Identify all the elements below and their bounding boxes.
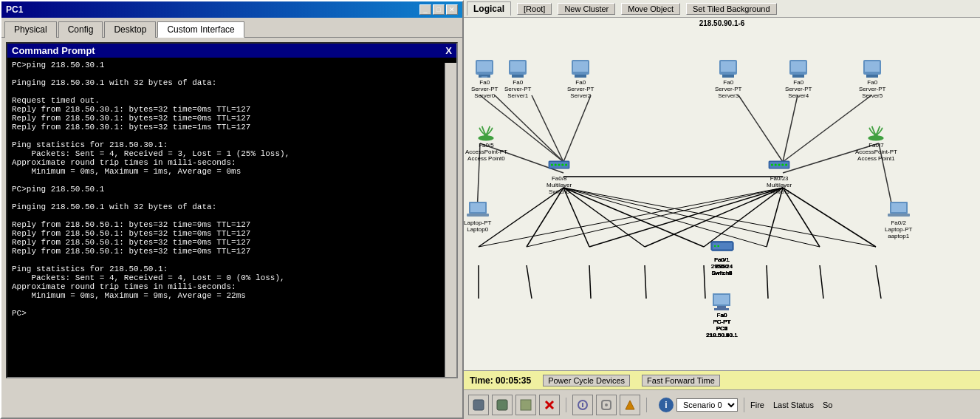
- ap1-icon: [864, 121, 888, 142]
- network-canvas[interactable]: 218.50.90.1-6: [464, 18, 980, 370]
- minimize-button[interactable]: _: [419, 4, 431, 15]
- svg-line-5: [783, 95, 798, 162]
- svg-rect-149: [497, 400, 507, 410]
- svg-line-33: [527, 188, 783, 247]
- svg-line-28: [767, 265, 768, 299]
- pt-bottom-toolbar: i Scenario 0 Fire Last Status So: [464, 389, 980, 419]
- fire-label: Fire: [750, 401, 764, 409]
- svg-point-64: [561, 163, 563, 166]
- btn-power-cycle[interactable]: Power Cycle Devices: [543, 375, 630, 386]
- so-label: So: [823, 401, 832, 409]
- multilayer1-icon: [767, 154, 791, 175]
- node-server0[interactable]: Fa0 Server-PT Server0: [471, 58, 498, 99]
- svg-point-72: [785, 163, 787, 166]
- svg-line-22: [783, 188, 876, 247]
- toolbar-separator2: [646, 398, 647, 412]
- node-server3[interactable]: Fa0 Server-PT Server3: [715, 58, 741, 99]
- tool-move[interactable]: [492, 395, 513, 415]
- svg-rect-77: [891, 203, 906, 212]
- tab-custom-interface[interactable]: Custom Interface: [157, 21, 244, 38]
- svg-line-13: [527, 188, 563, 247]
- tool-delete[interactable]: [539, 395, 560, 415]
- tool-note[interactable]: [515, 395, 536, 415]
- svg-line-24: [527, 265, 532, 299]
- server0-icon: [473, 58, 496, 79]
- switch7-icon: [710, 236, 734, 256]
- svg-line-21: [783, 188, 820, 247]
- window-controls: _ □ ✕: [419, 4, 458, 15]
- svg-point-69: [775, 163, 777, 166]
- scenario-select[interactable]: Scenario 0: [676, 398, 738, 412]
- svg-line-2: [563, 95, 591, 162]
- last-status-label: Last Status: [773, 401, 814, 409]
- tab-physical[interactable]: Physical: [4, 21, 57, 38]
- tab-desktop[interactable]: Desktop: [104, 21, 156, 38]
- svg-rect-148: [473, 400, 484, 410]
- svg-rect-44: [573, 61, 588, 72]
- svg-rect-75: [467, 214, 489, 217]
- btn-new-cluster[interactable]: New Cluster: [558, 3, 615, 15]
- svg-rect-150: [521, 400, 531, 410]
- node-switch7[interactable]: Fa0/1 2950 Switch7: [710, 236, 734, 276]
- btn-move-object[interactable]: Move Object: [621, 3, 680, 15]
- server1-icon: [506, 58, 530, 79]
- node-multilayer0[interactable]: Fa0/8 Multilayer Switch0: [546, 154, 572, 195]
- ap0-icon: [474, 121, 498, 142]
- node-laptop1[interactable]: Fa0/2 Laptop-PT aaptop1: [885, 199, 912, 239]
- tab-logical[interactable]: Logical: [467, 1, 511, 16]
- maximize-button[interactable]: □: [433, 4, 445, 15]
- command-prompt-container: Command Prompt X PC>ping 218.50.30.1 Pin…: [6, 42, 458, 378]
- svg-rect-50: [791, 61, 806, 72]
- server4-icon: [787, 58, 810, 79]
- command-prompt-output[interactable]: PC>ping 218.50.30.1 Pinging 218.50.30.1 …: [7, 58, 456, 368]
- svg-line-32: [479, 188, 783, 247]
- svg-rect-37: [477, 61, 492, 72]
- btn-set-tiled-bg[interactable]: Set Tiled Background: [686, 3, 777, 15]
- tool-select[interactable]: [468, 395, 489, 415]
- node-server1[interactable]: Fa0 Server-PT Server1: [504, 58, 531, 99]
- svg-line-30: [876, 265, 881, 299]
- svg-rect-48: [722, 75, 734, 78]
- btn-root[interactable]: [Root]: [517, 3, 552, 15]
- node-server2[interactable]: Fa0 Server-PT Server2: [567, 58, 594, 99]
- node-pc7[interactable]: Fa0 PC-PT PC7 218.50.80.1: [706, 291, 737, 338]
- toolbar-separator3: [744, 398, 744, 412]
- close-button[interactable]: ✕: [446, 4, 458, 15]
- network-address: 218.50.90.1-6: [699, 19, 745, 27]
- info-icon: i: [659, 398, 674, 412]
- window-title: PC1: [6, 4, 23, 15]
- svg-line-26: [645, 265, 646, 299]
- tool-inspect[interactable]: [572, 395, 593, 415]
- tool-cable[interactable]: [596, 395, 617, 415]
- svg-line-15: [563, 188, 645, 247]
- svg-rect-47: [721, 61, 736, 72]
- svg-point-62: [555, 163, 557, 166]
- svg-line-16: [563, 188, 704, 247]
- svg-point-114: [713, 245, 716, 248]
- command-prompt-close[interactable]: X: [445, 45, 452, 56]
- svg-point-71: [781, 163, 784, 166]
- svg-rect-42: [512, 75, 524, 78]
- node-multilayer1[interactable]: Fa0/23 Multilayer Switch1: [767, 154, 792, 195]
- scrollbar[interactable]: [445, 63, 456, 377]
- svg-point-65: [565, 163, 567, 166]
- svg-point-61: [551, 163, 553, 166]
- node-ap1[interactable]: Fa0/7 AccessPoint-PT Access Point1: [855, 121, 897, 162]
- svg-rect-45: [575, 75, 586, 78]
- tool-pdu[interactable]: [620, 395, 640, 415]
- btn-fast-forward[interactable]: Fast Forward Time: [642, 375, 720, 386]
- pt-toolbar: Logical [Root] New Cluster Move Object S…: [464, 0, 980, 18]
- svg-rect-41: [510, 61, 525, 72]
- node-ap0[interactable]: Fa0/5 AccessPoint-PT Access Point0: [465, 121, 507, 162]
- svg-rect-51: [792, 75, 804, 78]
- multilayer0-icon: [547, 154, 571, 175]
- pt-statusbar: Time: 00:05:35 Power Cycle Devices Fast …: [464, 370, 980, 389]
- svg-rect-146: [717, 306, 726, 308]
- node-server5[interactable]: Fa0 Server-PT Server5: [859, 58, 885, 99]
- tab-config[interactable]: Config: [58, 21, 103, 38]
- server2-icon: [569, 58, 592, 79]
- node-server4[interactable]: Fa0 Server-PT Server4: [785, 58, 812, 99]
- network-time: Time: 00:05:35: [470, 375, 531, 386]
- svg-line-34: [563, 188, 820, 247]
- node-laptop0[interactable]: Laptop-PT Laptop0: [464, 199, 491, 233]
